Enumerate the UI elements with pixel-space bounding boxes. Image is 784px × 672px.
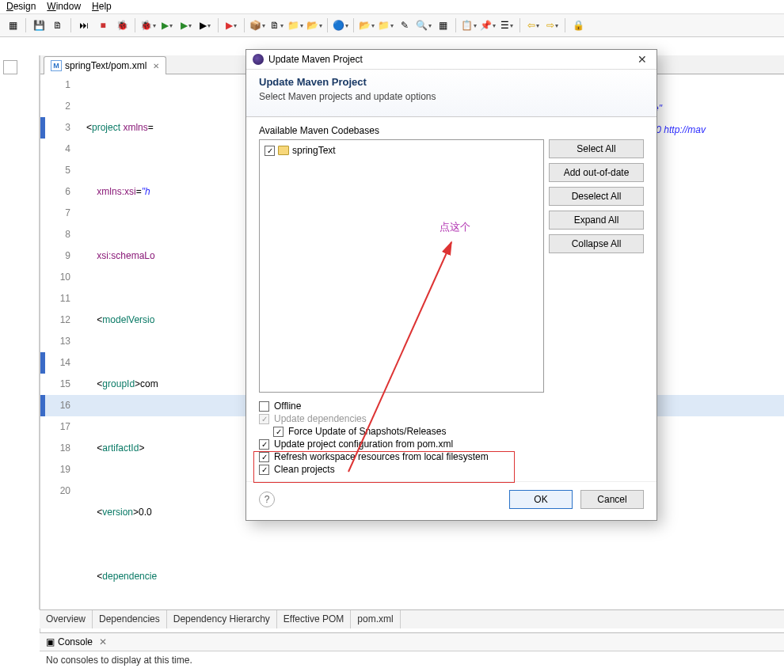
clean-projects-check[interactable]: Clean projects xyxy=(259,464,644,475)
filter-icon[interactable]: ☰ xyxy=(499,17,515,33)
code-overflow: .0 http://mav xyxy=(653,118,706,141)
run-icon[interactable]: ▶ xyxy=(159,17,175,33)
close-dialog-icon[interactable]: ✕ xyxy=(634,53,650,66)
folder-open-icon[interactable]: 📂 xyxy=(359,17,375,33)
back-icon[interactable]: ⇦ xyxy=(525,17,541,33)
run-last-icon[interactable]: ▶ xyxy=(223,17,239,33)
tree-checkbox[interactable] xyxy=(265,146,275,156)
dialog-titlebar[interactable]: Update Maven Project ✕ xyxy=(246,50,657,70)
dialog-heading: Update Maven Project xyxy=(259,76,644,88)
editor-tab-label: springText/pom.xml xyxy=(65,60,147,71)
tab-pomxml[interactable]: pom.xml xyxy=(351,610,400,628)
console-tab[interactable]: ▣ Console ✕ xyxy=(40,633,784,651)
expand-all-button[interactable]: Expand All xyxy=(549,211,644,230)
update-deps-check: Update dependencies xyxy=(259,413,644,424)
dialog-banner: Update Maven Project Select Maven projec… xyxy=(246,70,657,117)
project-folder-icon xyxy=(278,146,289,155)
update-maven-dialog: Update Maven Project ✕ Update Maven Proj… xyxy=(245,49,657,521)
force-update-check[interactable]: Force Update of Snapshots/Releases xyxy=(273,426,644,437)
tool-icon[interactable]: ▦ xyxy=(5,17,21,33)
collapse-all-button[interactable]: Collapse All xyxy=(549,234,644,253)
tab-overview[interactable]: Overview xyxy=(40,610,93,628)
new-package-icon[interactable]: 📦 xyxy=(249,17,265,33)
save-icon[interactable]: 💾 xyxy=(31,17,47,33)
edit-icon[interactable]: ✎ xyxy=(397,17,413,33)
new-class-icon[interactable]: 🗎 xyxy=(268,17,284,33)
select-all-button[interactable]: Select All xyxy=(549,139,644,158)
console-view: ▣ Console ✕ No consoles to display at th… xyxy=(40,632,784,672)
search-icon[interactable]: 🔍 xyxy=(416,17,432,33)
view-toggle-icon[interactable] xyxy=(3,60,17,74)
dialog-footer: ? OK Cancel xyxy=(246,481,657,520)
eclipse-icon xyxy=(253,54,264,65)
code-body[interactable]: <project xmlns= xmlns:xsi="h xsi:schemaL… xyxy=(86,74,158,672)
cancel-button[interactable]: Cancel xyxy=(580,490,644,509)
line-gutter: 1234567891011121314151617181920 xyxy=(40,74,86,502)
refresh-workspace-check[interactable]: Refresh workspace resources from local f… xyxy=(259,451,644,462)
bug-icon[interactable]: 🐞 xyxy=(114,17,130,33)
update-config-check[interactable]: Update project configuration from pom.xm… xyxy=(259,439,644,450)
new-project-icon[interactable]: 📁 xyxy=(287,17,303,33)
folder-icon[interactable]: 📁 xyxy=(378,17,394,33)
deselect-all-button[interactable]: Deselect All xyxy=(549,187,644,206)
dialog-subtitle: Select Maven projects and update options xyxy=(259,91,644,102)
maven-file-icon: M xyxy=(51,60,62,71)
pin-icon[interactable]: 📌 xyxy=(480,17,496,33)
annotation-text: 点这个 xyxy=(440,220,470,234)
grid-icon[interactable]: ▦ xyxy=(435,17,451,33)
ok-button[interactable]: OK xyxy=(509,490,573,509)
console-body: No consoles to display at this time. xyxy=(40,651,784,669)
console-icon: ▣ xyxy=(46,636,55,647)
tab-effective-pom[interactable]: Effective POM xyxy=(277,610,351,628)
console-label: Console xyxy=(58,636,93,647)
left-trim xyxy=(0,55,40,609)
save-all-icon[interactable]: 🗎 xyxy=(50,17,66,33)
menu-design[interactable]: Design xyxy=(6,1,36,12)
offline-check[interactable]: Offline xyxy=(259,401,644,412)
add-out-of-date-button[interactable]: Add out-of-date xyxy=(549,163,644,182)
pom-editor-tabs: Overview Dependencies Dependency Hierarc… xyxy=(40,609,784,628)
dialog-title: Update Maven Project xyxy=(268,54,363,65)
menu-window[interactable]: Window xyxy=(47,1,81,12)
debug-run-icon[interactable]: 🐞 xyxy=(140,17,156,33)
new-folder-icon[interactable]: 📂 xyxy=(306,17,322,33)
stop-icon[interactable]: ■ xyxy=(95,17,111,33)
options-checks: Offline Update dependencies Force Update… xyxy=(259,401,644,475)
codebase-tree[interactable]: springText xyxy=(259,139,544,393)
run-ext-icon[interactable]: ▶ xyxy=(178,17,194,33)
menu-help[interactable]: Help xyxy=(92,1,112,12)
task-icon[interactable]: 📋 xyxy=(461,17,477,33)
close-tab-icon[interactable] xyxy=(150,60,159,71)
tree-item[interactable]: springText xyxy=(265,145,539,156)
tab-dependency-hierarchy[interactable]: Dependency Hierarchy xyxy=(167,610,277,628)
available-label: Available Maven Codebases xyxy=(259,125,644,136)
coverage-icon[interactable]: ▶ xyxy=(197,17,213,33)
menu-bar: Design Window Help xyxy=(0,0,784,13)
close-console-icon[interactable]: ✕ xyxy=(99,636,107,647)
tab-dependencies[interactable]: Dependencies xyxy=(93,610,167,628)
toolbar: ▦ 💾 🗎 ⏭ ■ 🐞 🐞 ▶ ▶ ▶ ▶ 📦 🗎 📁 📂 🔵 📂 📁 ✎ 🔍 … xyxy=(0,13,784,37)
editor-tab[interactable]: M springText/pom.xml xyxy=(44,56,166,74)
skip-icon[interactable]: ⏭ xyxy=(76,17,92,33)
tree-item-label: springText xyxy=(292,145,336,156)
open-type-icon[interactable]: 🔵 xyxy=(333,17,348,33)
forward-icon[interactable]: ⇨ xyxy=(544,17,560,33)
help-icon[interactable]: ? xyxy=(259,492,275,507)
lock-icon[interactable]: 🔒 xyxy=(570,17,586,33)
tree-buttons: Select All Add out-of-date Deselect All … xyxy=(549,139,644,393)
